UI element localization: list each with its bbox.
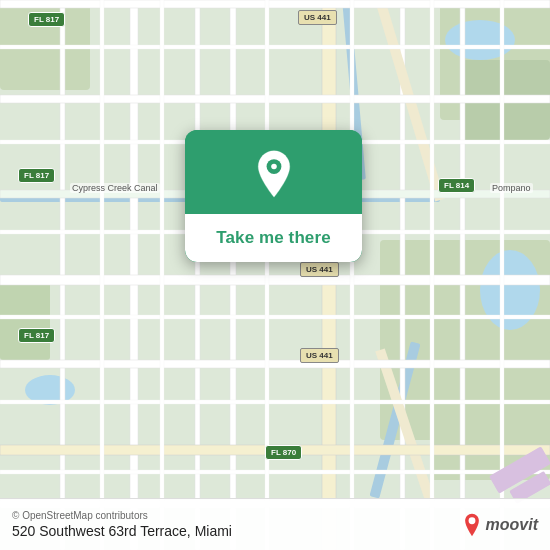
moovit-pin-icon (462, 513, 482, 537)
svg-point-45 (468, 517, 475, 524)
take-me-there-button[interactable]: Take me there (185, 214, 362, 262)
bottom-bar: © OpenStreetMap contributors 520 Southwe… (0, 498, 550, 550)
moovit-logo: moovit (462, 513, 538, 537)
map-container: Cypress Creek Canal Pompano FL 817 US 44… (0, 0, 550, 550)
shield-us441-top: US 441 (298, 10, 337, 25)
svg-rect-25 (0, 275, 550, 285)
svg-rect-22 (0, 0, 550, 8)
svg-rect-26 (0, 360, 550, 368)
svg-point-44 (271, 164, 277, 170)
svg-rect-29 (0, 45, 550, 49)
shield-fl817-lower: FL 817 (18, 328, 55, 343)
shield-fl814: FL 814 (438, 178, 475, 193)
svg-rect-5 (0, 280, 50, 360)
svg-rect-35 (100, 0, 104, 550)
svg-rect-37 (265, 0, 269, 550)
canal-label: Cypress Creek Canal (70, 183, 160, 193)
moovit-label: moovit (486, 516, 538, 534)
map-svg (0, 0, 550, 550)
shield-fl817-top: FL 817 (28, 12, 65, 27)
shield-fl870: FL 870 (265, 445, 302, 460)
svg-rect-39 (430, 0, 434, 550)
address-text: 520 Southwest 63rd Terrace, Miami (12, 523, 232, 539)
shield-fl817-mid: FL 817 (18, 168, 55, 183)
attribution-text: © OpenStreetMap contributors (12, 510, 232, 521)
location-pin-icon (252, 152, 296, 196)
svg-rect-33 (0, 400, 550, 404)
pompano-label: Pompano (490, 183, 533, 193)
svg-rect-32 (0, 315, 550, 319)
svg-rect-34 (0, 470, 550, 474)
svg-rect-38 (350, 0, 354, 550)
popup-card: Take me there (185, 130, 362, 262)
bottom-bar-left: © OpenStreetMap contributors 520 Southwe… (12, 510, 232, 539)
popup-icon-area (185, 130, 362, 214)
svg-rect-40 (500, 0, 504, 550)
shield-us441-mid: US 441 (300, 262, 339, 277)
svg-point-10 (445, 20, 515, 60)
svg-rect-36 (160, 0, 164, 550)
shield-us441-lower: US 441 (300, 348, 339, 363)
svg-rect-23 (0, 95, 550, 103)
